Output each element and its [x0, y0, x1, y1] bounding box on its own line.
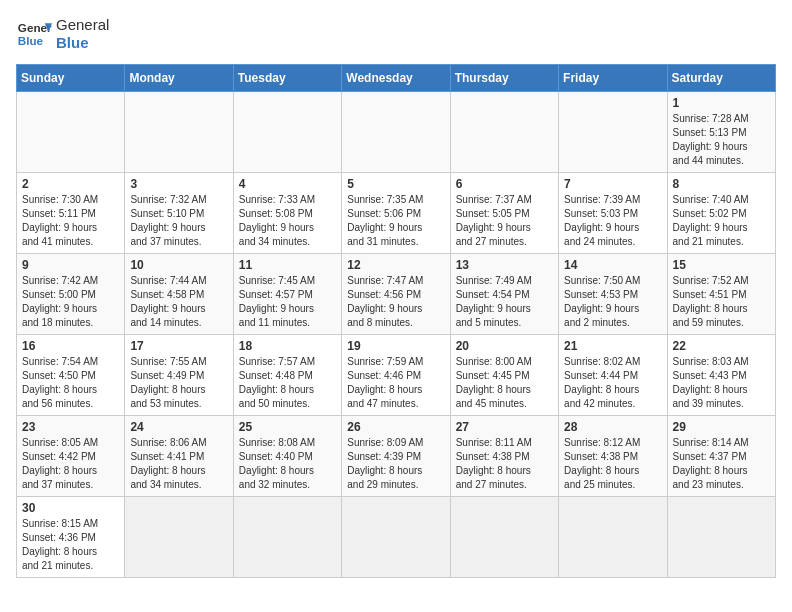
- calendar-cell: 6Sunrise: 7:37 AM Sunset: 5:05 PM Daylig…: [450, 173, 558, 254]
- day-info: Sunrise: 8:08 AM Sunset: 4:40 PM Dayligh…: [239, 436, 336, 492]
- calendar-cell: 4Sunrise: 7:33 AM Sunset: 5:08 PM Daylig…: [233, 173, 341, 254]
- day-number: 12: [347, 258, 444, 272]
- calendar-cell: [559, 92, 667, 173]
- calendar-cell: 7Sunrise: 7:39 AM Sunset: 5:03 PM Daylig…: [559, 173, 667, 254]
- day-number: 29: [673, 420, 770, 434]
- day-info: Sunrise: 7:49 AM Sunset: 4:54 PM Dayligh…: [456, 274, 553, 330]
- day-number: 23: [22, 420, 119, 434]
- calendar-cell: 26Sunrise: 8:09 AM Sunset: 4:39 PM Dayli…: [342, 416, 450, 497]
- header-day: Tuesday: [233, 65, 341, 92]
- day-number: 25: [239, 420, 336, 434]
- day-number: 30: [22, 501, 119, 515]
- day-info: Sunrise: 7:32 AM Sunset: 5:10 PM Dayligh…: [130, 193, 227, 249]
- calendar-cell: 27Sunrise: 8:11 AM Sunset: 4:38 PM Dayli…: [450, 416, 558, 497]
- day-number: 19: [347, 339, 444, 353]
- calendar-table: SundayMondayTuesdayWednesdayThursdayFrid…: [16, 64, 776, 578]
- day-number: 18: [239, 339, 336, 353]
- day-info: Sunrise: 8:11 AM Sunset: 4:38 PM Dayligh…: [456, 436, 553, 492]
- day-number: 14: [564, 258, 661, 272]
- day-number: 13: [456, 258, 553, 272]
- calendar-cell: 12Sunrise: 7:47 AM Sunset: 4:56 PM Dayli…: [342, 254, 450, 335]
- calendar-cell: [342, 92, 450, 173]
- header-day: Wednesday: [342, 65, 450, 92]
- header-row: SundayMondayTuesdayWednesdayThursdayFrid…: [17, 65, 776, 92]
- day-info: Sunrise: 8:09 AM Sunset: 4:39 PM Dayligh…: [347, 436, 444, 492]
- svg-text:Blue: Blue: [18, 34, 44, 47]
- day-number: 17: [130, 339, 227, 353]
- day-number: 5: [347, 177, 444, 191]
- day-number: 22: [673, 339, 770, 353]
- day-number: 21: [564, 339, 661, 353]
- day-number: 16: [22, 339, 119, 353]
- calendar-cell: [233, 497, 341, 578]
- calendar-cell: 16Sunrise: 7:54 AM Sunset: 4:50 PM Dayli…: [17, 335, 125, 416]
- day-number: 27: [456, 420, 553, 434]
- day-info: Sunrise: 7:37 AM Sunset: 5:05 PM Dayligh…: [456, 193, 553, 249]
- calendar-cell: 21Sunrise: 8:02 AM Sunset: 4:44 PM Dayli…: [559, 335, 667, 416]
- calendar-cell: 22Sunrise: 8:03 AM Sunset: 4:43 PM Dayli…: [667, 335, 775, 416]
- day-info: Sunrise: 7:55 AM Sunset: 4:49 PM Dayligh…: [130, 355, 227, 411]
- calendar-cell: 9Sunrise: 7:42 AM Sunset: 5:00 PM Daylig…: [17, 254, 125, 335]
- calendar-cell: 17Sunrise: 7:55 AM Sunset: 4:49 PM Dayli…: [125, 335, 233, 416]
- day-info: Sunrise: 8:00 AM Sunset: 4:45 PM Dayligh…: [456, 355, 553, 411]
- day-info: Sunrise: 8:02 AM Sunset: 4:44 PM Dayligh…: [564, 355, 661, 411]
- day-info: Sunrise: 7:54 AM Sunset: 4:50 PM Dayligh…: [22, 355, 119, 411]
- calendar-cell: 2Sunrise: 7:30 AM Sunset: 5:11 PM Daylig…: [17, 173, 125, 254]
- day-number: 3: [130, 177, 227, 191]
- calendar-cell: 14Sunrise: 7:50 AM Sunset: 4:53 PM Dayli…: [559, 254, 667, 335]
- day-info: Sunrise: 7:39 AM Sunset: 5:03 PM Dayligh…: [564, 193, 661, 249]
- day-info: Sunrise: 7:52 AM Sunset: 4:51 PM Dayligh…: [673, 274, 770, 330]
- calendar-cell: [450, 92, 558, 173]
- day-info: Sunrise: 8:12 AM Sunset: 4:38 PM Dayligh…: [564, 436, 661, 492]
- day-info: Sunrise: 7:57 AM Sunset: 4:48 PM Dayligh…: [239, 355, 336, 411]
- calendar-cell: 13Sunrise: 7:49 AM Sunset: 4:54 PM Dayli…: [450, 254, 558, 335]
- calendar-cell: [17, 92, 125, 173]
- day-info: Sunrise: 7:47 AM Sunset: 4:56 PM Dayligh…: [347, 274, 444, 330]
- day-info: Sunrise: 8:05 AM Sunset: 4:42 PM Dayligh…: [22, 436, 119, 492]
- calendar-cell: [450, 497, 558, 578]
- day-number: 24: [130, 420, 227, 434]
- calendar-cell: 18Sunrise: 7:57 AM Sunset: 4:48 PM Dayli…: [233, 335, 341, 416]
- calendar-cell: 3Sunrise: 7:32 AM Sunset: 5:10 PM Daylig…: [125, 173, 233, 254]
- day-info: Sunrise: 7:35 AM Sunset: 5:06 PM Dayligh…: [347, 193, 444, 249]
- header-day: Sunday: [17, 65, 125, 92]
- day-number: 1: [673, 96, 770, 110]
- day-number: 4: [239, 177, 336, 191]
- calendar-cell: [125, 92, 233, 173]
- day-info: Sunrise: 8:14 AM Sunset: 4:37 PM Dayligh…: [673, 436, 770, 492]
- header-day: Thursday: [450, 65, 558, 92]
- day-info: Sunrise: 8:06 AM Sunset: 4:41 PM Dayligh…: [130, 436, 227, 492]
- calendar-cell: 10Sunrise: 7:44 AM Sunset: 4:58 PM Dayli…: [125, 254, 233, 335]
- calendar-cell: 19Sunrise: 7:59 AM Sunset: 4:46 PM Dayli…: [342, 335, 450, 416]
- day-number: 10: [130, 258, 227, 272]
- calendar-header: SundayMondayTuesdayWednesdayThursdayFrid…: [17, 65, 776, 92]
- calendar-cell: [233, 92, 341, 173]
- day-info: Sunrise: 7:33 AM Sunset: 5:08 PM Dayligh…: [239, 193, 336, 249]
- calendar-cell: 24Sunrise: 8:06 AM Sunset: 4:41 PM Dayli…: [125, 416, 233, 497]
- day-info: Sunrise: 7:44 AM Sunset: 4:58 PM Dayligh…: [130, 274, 227, 330]
- day-number: 8: [673, 177, 770, 191]
- day-number: 20: [456, 339, 553, 353]
- logo-general: General: [56, 16, 109, 34]
- day-number: 28: [564, 420, 661, 434]
- day-info: Sunrise: 7:42 AM Sunset: 5:00 PM Dayligh…: [22, 274, 119, 330]
- day-number: 26: [347, 420, 444, 434]
- calendar-cell: 25Sunrise: 8:08 AM Sunset: 4:40 PM Dayli…: [233, 416, 341, 497]
- calendar-cell: [559, 497, 667, 578]
- calendar-body: 1Sunrise: 7:28 AM Sunset: 5:13 PM Daylig…: [17, 92, 776, 578]
- logo-blue: Blue: [56, 34, 109, 52]
- calendar-cell: [342, 497, 450, 578]
- calendar-cell: 1Sunrise: 7:28 AM Sunset: 5:13 PM Daylig…: [667, 92, 775, 173]
- day-number: 7: [564, 177, 661, 191]
- calendar-cell: 15Sunrise: 7:52 AM Sunset: 4:51 PM Dayli…: [667, 254, 775, 335]
- calendar-cell: [125, 497, 233, 578]
- calendar-cell: 30Sunrise: 8:15 AM Sunset: 4:36 PM Dayli…: [17, 497, 125, 578]
- calendar-cell: 20Sunrise: 8:00 AM Sunset: 4:45 PM Dayli…: [450, 335, 558, 416]
- calendar-cell: [667, 497, 775, 578]
- day-number: 15: [673, 258, 770, 272]
- calendar-cell: 29Sunrise: 8:14 AM Sunset: 4:37 PM Dayli…: [667, 416, 775, 497]
- day-number: 6: [456, 177, 553, 191]
- calendar-cell: 23Sunrise: 8:05 AM Sunset: 4:42 PM Dayli…: [17, 416, 125, 497]
- calendar-cell: 8Sunrise: 7:40 AM Sunset: 5:02 PM Daylig…: [667, 173, 775, 254]
- calendar-cell: 28Sunrise: 8:12 AM Sunset: 4:38 PM Dayli…: [559, 416, 667, 497]
